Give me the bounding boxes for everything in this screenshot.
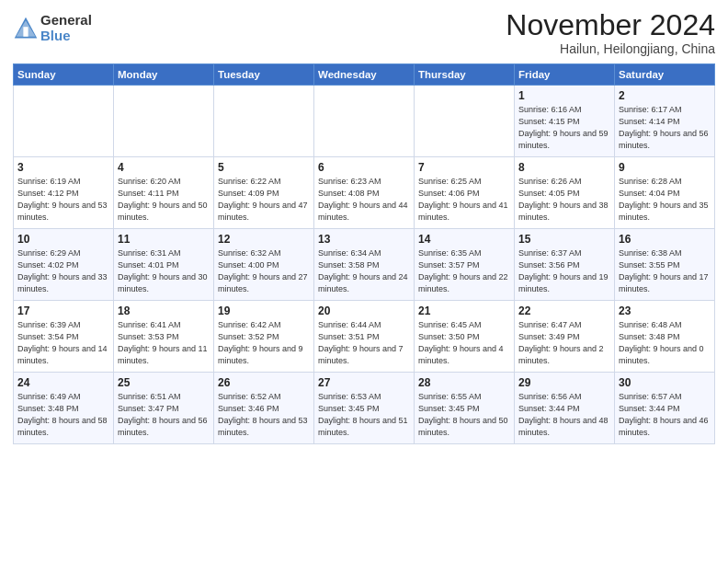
day-number: 9 bbox=[619, 161, 711, 174]
cell-5-6: 29Sunrise: 6:56 AM Sunset: 3:44 PM Dayli… bbox=[515, 373, 615, 444]
header-row: Sunday Monday Tuesday Wednesday Thursday… bbox=[14, 64, 715, 86]
day-info: Sunrise: 6:44 AM Sunset: 3:51 PM Dayligh… bbox=[318, 319, 410, 367]
day-number: 22 bbox=[518, 304, 610, 317]
cell-4-6: 22Sunrise: 6:47 AM Sunset: 3:49 PM Dayli… bbox=[515, 301, 615, 373]
calendar-container: General Blue November 2024 Hailun, Heilo… bbox=[0, 0, 728, 450]
day-info: Sunrise: 6:45 AM Sunset: 3:50 PM Dayligh… bbox=[418, 319, 510, 367]
day-number: 24 bbox=[17, 376, 109, 389]
cell-5-7: 30Sunrise: 6:57 AM Sunset: 3:44 PM Dayli… bbox=[615, 373, 715, 444]
day-number: 3 bbox=[17, 161, 109, 174]
day-number: 4 bbox=[118, 161, 210, 174]
col-thursday: Thursday bbox=[415, 64, 515, 86]
cell-2-2: 4Sunrise: 6:20 AM Sunset: 4:11 PM Daylig… bbox=[114, 157, 214, 229]
cell-4-4: 20Sunrise: 6:44 AM Sunset: 3:51 PM Dayli… bbox=[314, 301, 415, 373]
day-number: 1 bbox=[518, 89, 610, 102]
day-info: Sunrise: 6:51 AM Sunset: 3:47 PM Dayligh… bbox=[118, 391, 210, 439]
day-number: 18 bbox=[118, 304, 210, 317]
cell-1-6: 1Sunrise: 6:16 AM Sunset: 4:15 PM Daylig… bbox=[515, 86, 615, 157]
cell-1-3 bbox=[214, 86, 314, 157]
day-number: 15 bbox=[518, 233, 610, 246]
cell-1-7: 2Sunrise: 6:17 AM Sunset: 4:14 PM Daylig… bbox=[615, 86, 715, 157]
day-info: Sunrise: 6:16 AM Sunset: 4:15 PM Dayligh… bbox=[518, 104, 610, 152]
logo: General Blue bbox=[13, 13, 92, 43]
title-block: November 2024 Hailun, Heilongjiang, Chin… bbox=[506, 9, 715, 56]
cell-3-5: 14Sunrise: 6:35 AM Sunset: 3:57 PM Dayli… bbox=[415, 229, 515, 301]
location: Hailun, Heilongjiang, China bbox=[506, 41, 715, 56]
cell-1-4 bbox=[314, 86, 415, 157]
day-info: Sunrise: 6:53 AM Sunset: 3:45 PM Dayligh… bbox=[318, 391, 410, 439]
col-sunday: Sunday bbox=[14, 64, 114, 86]
day-info: Sunrise: 6:55 AM Sunset: 3:45 PM Dayligh… bbox=[418, 391, 510, 439]
col-friday: Friday bbox=[515, 64, 615, 86]
day-info: Sunrise: 6:48 AM Sunset: 3:48 PM Dayligh… bbox=[619, 319, 711, 367]
logo-blue-text: Blue bbox=[40, 29, 92, 44]
day-number: 14 bbox=[418, 233, 510, 246]
cell-3-2: 11Sunrise: 6:31 AM Sunset: 4:01 PM Dayli… bbox=[114, 229, 214, 301]
cell-2-4: 6Sunrise: 6:23 AM Sunset: 4:08 PM Daylig… bbox=[314, 157, 415, 229]
cell-1-1 bbox=[14, 86, 114, 157]
logo-general-text: General bbox=[40, 13, 92, 29]
cell-5-5: 28Sunrise: 6:55 AM Sunset: 3:45 PM Dayli… bbox=[415, 373, 515, 444]
cell-2-7: 9Sunrise: 6:28 AM Sunset: 4:04 PM Daylig… bbox=[615, 157, 715, 229]
day-info: Sunrise: 6:19 AM Sunset: 4:12 PM Dayligh… bbox=[17, 176, 109, 224]
day-info: Sunrise: 6:49 AM Sunset: 3:48 PM Dayligh… bbox=[17, 391, 109, 439]
day-info: Sunrise: 6:39 AM Sunset: 3:54 PM Dayligh… bbox=[17, 319, 109, 367]
week-row-5: 24Sunrise: 6:49 AM Sunset: 3:48 PM Dayli… bbox=[14, 373, 715, 444]
week-row-4: 17Sunrise: 6:39 AM Sunset: 3:54 PM Dayli… bbox=[14, 301, 715, 373]
day-info: Sunrise: 6:56 AM Sunset: 3:44 PM Dayligh… bbox=[518, 391, 610, 439]
header: General Blue November 2024 Hailun, Heilo… bbox=[13, 9, 715, 56]
logo-text: General Blue bbox=[40, 13, 92, 43]
day-info: Sunrise: 6:37 AM Sunset: 3:56 PM Dayligh… bbox=[518, 247, 610, 295]
day-info: Sunrise: 6:34 AM Sunset: 3:58 PM Dayligh… bbox=[318, 247, 410, 295]
day-number: 7 bbox=[418, 161, 510, 174]
cell-3-4: 13Sunrise: 6:34 AM Sunset: 3:58 PM Dayli… bbox=[314, 229, 415, 301]
day-info: Sunrise: 6:47 AM Sunset: 3:49 PM Dayligh… bbox=[518, 319, 610, 367]
cell-3-6: 15Sunrise: 6:37 AM Sunset: 3:56 PM Dayli… bbox=[515, 229, 615, 301]
day-info: Sunrise: 6:17 AM Sunset: 4:14 PM Dayligh… bbox=[619, 104, 711, 152]
cell-2-6: 8Sunrise: 6:26 AM Sunset: 4:05 PM Daylig… bbox=[515, 157, 615, 229]
day-info: Sunrise: 6:52 AM Sunset: 3:46 PM Dayligh… bbox=[218, 391, 310, 439]
day-info: Sunrise: 6:38 AM Sunset: 3:55 PM Dayligh… bbox=[619, 247, 711, 295]
cell-5-1: 24Sunrise: 6:49 AM Sunset: 3:48 PM Dayli… bbox=[14, 373, 114, 444]
day-info: Sunrise: 6:22 AM Sunset: 4:09 PM Dayligh… bbox=[218, 176, 310, 224]
day-number: 16 bbox=[619, 233, 711, 246]
day-number: 23 bbox=[619, 304, 711, 317]
calendar-header: Sunday Monday Tuesday Wednesday Thursday… bbox=[14, 64, 715, 86]
cell-2-3: 5Sunrise: 6:22 AM Sunset: 4:09 PM Daylig… bbox=[214, 157, 314, 229]
day-number: 30 bbox=[619, 376, 711, 389]
col-saturday: Saturday bbox=[615, 64, 715, 86]
day-info: Sunrise: 6:31 AM Sunset: 4:01 PM Dayligh… bbox=[118, 247, 210, 295]
day-number: 10 bbox=[17, 233, 109, 246]
svg-rect-2 bbox=[23, 27, 28, 37]
day-info: Sunrise: 6:42 AM Sunset: 3:52 PM Dayligh… bbox=[218, 319, 310, 367]
day-number: 13 bbox=[318, 233, 410, 246]
day-number: 8 bbox=[518, 161, 610, 174]
day-number: 29 bbox=[518, 376, 610, 389]
cell-3-1: 10Sunrise: 6:29 AM Sunset: 4:02 PM Dayli… bbox=[14, 229, 114, 301]
week-row-2: 3Sunrise: 6:19 AM Sunset: 4:12 PM Daylig… bbox=[14, 157, 715, 229]
day-number: 17 bbox=[17, 304, 109, 317]
day-number: 20 bbox=[318, 304, 410, 317]
cell-4-1: 17Sunrise: 6:39 AM Sunset: 3:54 PM Dayli… bbox=[14, 301, 114, 373]
cell-2-5: 7Sunrise: 6:25 AM Sunset: 4:06 PM Daylig… bbox=[415, 157, 515, 229]
cell-5-2: 25Sunrise: 6:51 AM Sunset: 3:47 PM Dayli… bbox=[114, 373, 214, 444]
day-info: Sunrise: 6:26 AM Sunset: 4:05 PM Dayligh… bbox=[518, 176, 610, 224]
day-info: Sunrise: 6:28 AM Sunset: 4:04 PM Dayligh… bbox=[619, 176, 711, 224]
day-info: Sunrise: 6:35 AM Sunset: 3:57 PM Dayligh… bbox=[418, 247, 510, 295]
day-info: Sunrise: 6:41 AM Sunset: 3:53 PM Dayligh… bbox=[118, 319, 210, 367]
day-info: Sunrise: 6:25 AM Sunset: 4:06 PM Dayligh… bbox=[418, 176, 510, 224]
day-number: 5 bbox=[218, 161, 310, 174]
day-number: 19 bbox=[218, 304, 310, 317]
col-monday: Monday bbox=[114, 64, 214, 86]
cell-4-7: 23Sunrise: 6:48 AM Sunset: 3:48 PM Dayli… bbox=[615, 301, 715, 373]
day-number: 28 bbox=[418, 376, 510, 389]
day-info: Sunrise: 6:23 AM Sunset: 4:08 PM Dayligh… bbox=[318, 176, 410, 224]
calendar-table: Sunday Monday Tuesday Wednesday Thursday… bbox=[13, 63, 715, 444]
col-wednesday: Wednesday bbox=[314, 64, 415, 86]
day-number: 25 bbox=[118, 376, 210, 389]
day-number: 6 bbox=[318, 161, 410, 174]
day-number: 2 bbox=[619, 89, 711, 102]
day-number: 27 bbox=[318, 376, 410, 389]
cell-5-3: 26Sunrise: 6:52 AM Sunset: 3:46 PM Dayli… bbox=[214, 373, 314, 444]
cell-5-4: 27Sunrise: 6:53 AM Sunset: 3:45 PM Dayli… bbox=[314, 373, 415, 444]
